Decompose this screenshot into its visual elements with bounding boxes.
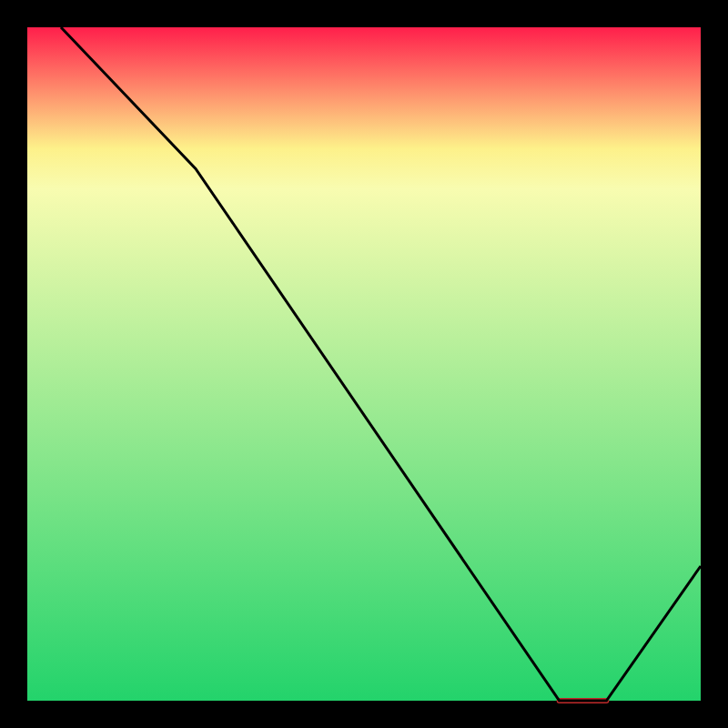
chart-root: TheBottleneck.com — [0, 0, 728, 728]
plot-area — [27, 27, 701, 701]
chart-svg — [0, 0, 728, 728]
